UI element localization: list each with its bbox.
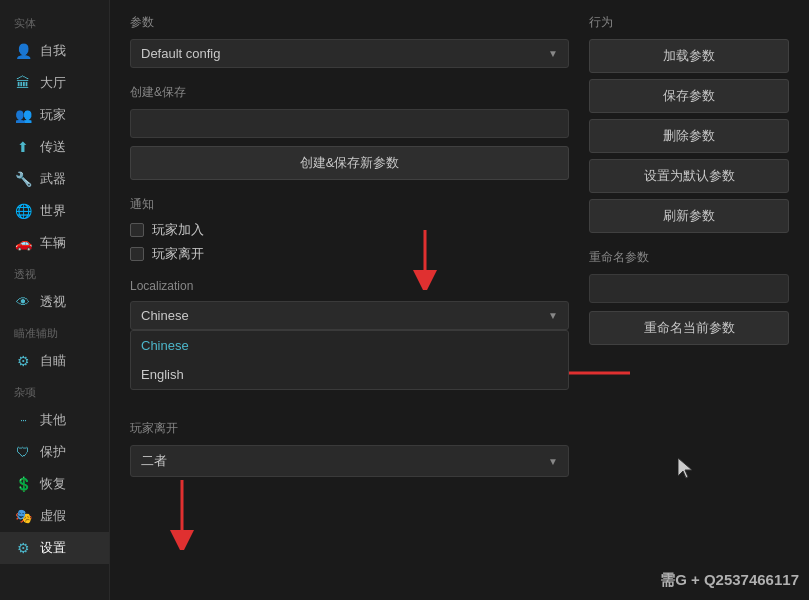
sidebar-label-other: 其他 xyxy=(40,411,66,429)
sidebar-label-lobby: 大厅 xyxy=(40,74,66,92)
player-leave-title: 玩家离开 xyxy=(130,420,569,437)
refresh-params-button[interactable]: 刷新参数 xyxy=(589,199,789,233)
notify-section: 通知 玩家加入 玩家离开 xyxy=(130,196,569,263)
sidebar-item-fake[interactable]: 🎭 虚假 xyxy=(0,500,109,532)
watermark: 需G + Q2537466117 xyxy=(660,571,799,590)
localization-select-arrow: ▼ xyxy=(548,310,558,321)
world-icon: 🌐 xyxy=(14,202,32,220)
sidebar-section-entity: 实体 xyxy=(0,8,109,35)
notify-player-join-row: 玩家加入 xyxy=(130,221,569,239)
sidebar-label-settings: 设置 xyxy=(40,539,66,557)
sidebar-item-self[interactable]: 👤 自我 xyxy=(0,35,109,67)
transfer-icon: ⬆ xyxy=(14,138,32,156)
sidebar-label-weapon: 武器 xyxy=(40,170,66,188)
behavior-title: 行为 xyxy=(589,14,789,31)
aimbot-icon: ⚙ xyxy=(14,352,32,370)
params-select-arrow: ▼ xyxy=(548,48,558,59)
sidebar-label-transfer: 传送 xyxy=(40,138,66,156)
notify-player-join-label: 玩家加入 xyxy=(152,221,204,239)
set-default-button[interactable]: 设置为默认参数 xyxy=(589,159,789,193)
create-save-input[interactable] xyxy=(130,109,569,138)
left-column: 参数 Default config ▼ 创建&保存 创建&保存新参数 通知 玩家… xyxy=(130,14,569,493)
rename-input[interactable] xyxy=(589,274,789,303)
lobby-icon: 🏛 xyxy=(14,74,32,92)
sidebar-item-player[interactable]: 👥 玩家 xyxy=(0,99,109,131)
localization-option-chinese[interactable]: Chinese xyxy=(131,331,568,360)
sidebar-item-recover[interactable]: 💲 恢复 xyxy=(0,468,109,500)
notify-player-leave-label: 玩家离开 xyxy=(152,245,204,263)
create-save-button[interactable]: 创建&保存新参数 xyxy=(130,146,569,180)
sidebar-section-misc: 杂项 xyxy=(0,377,109,404)
create-save-section: 创建&保存 创建&保存新参数 xyxy=(130,84,569,180)
create-save-title: 创建&保存 xyxy=(130,84,569,101)
sidebar-label-protect: 保护 xyxy=(40,443,66,461)
sidebar-section-aimbot: 瞄准辅助 xyxy=(0,318,109,345)
params-title: 参数 xyxy=(130,14,569,31)
player-leave-select-value: 二者 xyxy=(141,452,167,470)
rename-section: 重命名参数 重命名当前参数 xyxy=(589,249,789,345)
sidebar-item-settings[interactable]: ⚙ 设置 xyxy=(0,532,109,564)
sidebar-label-recover: 恢复 xyxy=(40,475,66,493)
sidebar-item-esp[interactable]: 👁 透视 xyxy=(0,286,109,318)
sidebar-item-weapon[interactable]: 🔧 武器 xyxy=(0,163,109,195)
protect-icon: 🛡 xyxy=(14,443,32,461)
player-leave-select[interactable]: 二者 ▼ xyxy=(130,445,569,477)
sidebar: 实体 👤 自我 🏛 大厅 👥 玩家 ⬆ 传送 🔧 武器 🌐 世界 🚗 车辆 透视… xyxy=(0,0,110,600)
two-column-layout: 参数 Default config ▼ 创建&保存 创建&保存新参数 通知 玩家… xyxy=(130,14,789,493)
sidebar-label-self: 自我 xyxy=(40,42,66,60)
sidebar-label-esp: 透视 xyxy=(40,293,66,311)
main-content: 参数 Default config ▼ 创建&保存 创建&保存新参数 通知 玩家… xyxy=(110,0,809,600)
vehicle-icon: 🚗 xyxy=(14,234,32,252)
fake-icon: 🎭 xyxy=(14,507,32,525)
sidebar-label-player: 玩家 xyxy=(40,106,66,124)
sidebar-item-lobby[interactable]: 🏛 大厅 xyxy=(0,67,109,99)
sidebar-item-aimbot[interactable]: ⚙ 自瞄 xyxy=(0,345,109,377)
localization-title: Localization xyxy=(130,279,569,293)
sidebar-label-world: 世界 xyxy=(40,202,66,220)
rename-button[interactable]: 重命名当前参数 xyxy=(589,311,789,345)
sidebar-item-protect[interactable]: 🛡 保护 xyxy=(0,436,109,468)
params-section: 参数 Default config ▼ xyxy=(130,14,569,68)
load-params-button[interactable]: 加载参数 xyxy=(589,39,789,73)
localization-select[interactable]: Chinese ▼ xyxy=(130,301,569,330)
notify-title: 通知 xyxy=(130,196,569,213)
notify-player-leave-checkbox[interactable] xyxy=(130,247,144,261)
right-column: 行为 加载参数 保存参数 删除参数 设置为默认参数 刷新参数 重命名参数 重命名… xyxy=(589,14,789,493)
localization-dropdown-container: Chinese ▼ Chinese English xyxy=(130,301,569,330)
sidebar-item-world[interactable]: 🌐 世界 xyxy=(0,195,109,227)
player-icon: 👥 xyxy=(14,106,32,124)
sidebar-label-aimbot: 自瞄 xyxy=(40,352,66,370)
params-select[interactable]: Default config ▼ xyxy=(130,39,569,68)
self-icon: 👤 xyxy=(14,42,32,60)
delete-params-button[interactable]: 删除参数 xyxy=(589,119,789,153)
settings-icon: ⚙ xyxy=(14,539,32,557)
player-leave-section: 玩家离开 二者 ▼ xyxy=(130,420,569,477)
sidebar-label-vehicle: 车辆 xyxy=(40,234,66,252)
player-leave-select-arrow: ▼ xyxy=(548,456,558,467)
localization-section: Localization Chinese ▼ Chinese English xyxy=(130,279,569,330)
weapon-icon: 🔧 xyxy=(14,170,32,188)
sidebar-item-vehicle[interactable]: 🚗 车辆 xyxy=(0,227,109,259)
save-params-button[interactable]: 保存参数 xyxy=(589,79,789,113)
params-select-value: Default config xyxy=(141,46,221,61)
sidebar-item-other[interactable]: ··· 其他 xyxy=(0,404,109,436)
behavior-section: 行为 加载参数 保存参数 删除参数 设置为默认参数 刷新参数 xyxy=(589,14,789,233)
esp-icon: 👁 xyxy=(14,293,32,311)
notify-player-join-checkbox[interactable] xyxy=(130,223,144,237)
recover-icon: 💲 xyxy=(14,475,32,493)
sidebar-item-transfer[interactable]: ⬆ 传送 xyxy=(0,131,109,163)
localization-dropdown-menu: Chinese English xyxy=(130,330,569,390)
rename-title: 重命名参数 xyxy=(589,249,789,266)
localization-select-value: Chinese xyxy=(141,308,189,323)
localization-option-english[interactable]: English xyxy=(131,360,568,389)
notify-player-leave-row: 玩家离开 xyxy=(130,245,569,263)
other-icon: ··· xyxy=(14,411,32,429)
sidebar-label-fake: 虚假 xyxy=(40,507,66,525)
sidebar-section-esp: 透视 xyxy=(0,259,109,286)
